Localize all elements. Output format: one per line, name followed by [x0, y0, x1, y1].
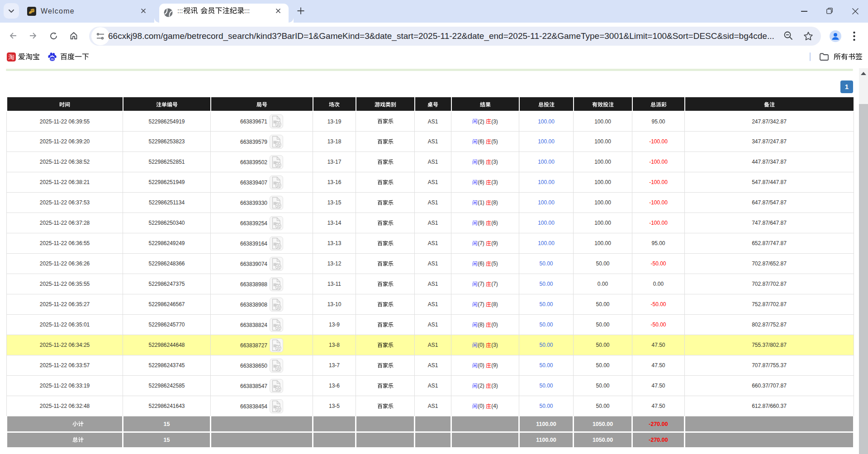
- svg-text:du: du: [51, 57, 54, 61]
